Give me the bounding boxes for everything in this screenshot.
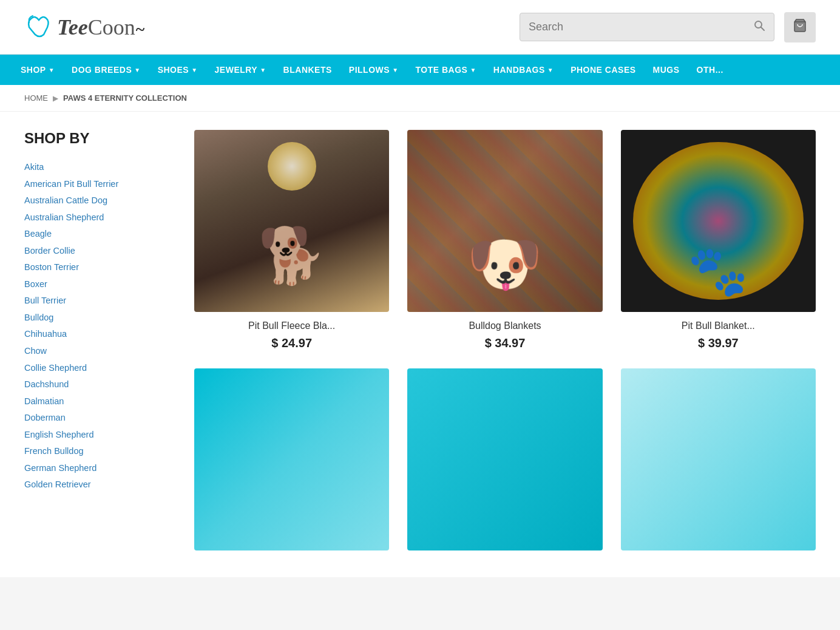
sidebar-link-bull-terrier[interactable]: Bull Terrier — [24, 293, 170, 310]
sidebar-link-bulldog[interactable]: Bulldog — [24, 310, 170, 327]
product-image-2 — [407, 130, 602, 312]
product-thumbnail-3 — [621, 130, 816, 312]
sidebar-link-chihuahua[interactable]: Chihuahua — [24, 326, 170, 343]
cart-icon[interactable] — [784, 12, 816, 42]
breadcrumb-current: PAWS 4 ETERNITY COLLECTION — [63, 93, 187, 103]
product-thumbnail-6 — [621, 368, 816, 550]
search-button[interactable] — [753, 19, 765, 35]
header-right — [520, 12, 816, 42]
sidebar-link-boston-terrier[interactable]: Boston Terrier — [24, 259, 170, 276]
sidebar-link-boxer[interactable]: Boxer — [24, 276, 170, 293]
sidebar-link-german-shepherd[interactable]: German Shepherd — [24, 460, 170, 477]
nav-shop[interactable]: SHOP ▼ — [12, 55, 63, 85]
sidebar-link-collie-shepherd[interactable]: Collie Shepherd — [24, 360, 170, 377]
nav-mugs[interactable]: MUGS — [645, 55, 688, 85]
breadcrumb: HOME ▶ PAWS 4 ETERNITY COLLECTION — [0, 85, 840, 112]
product-card-1[interactable]: Pit Bull Fleece Bla... $ 24.97 — [194, 130, 389, 350]
sidebar-link-french-bulldog[interactable]: French Bulldog — [24, 443, 170, 460]
product-thumbnail-5 — [407, 368, 602, 550]
logo-text: TeeCoon~ — [57, 14, 145, 40]
product-card-2[interactable]: Bulldog Blankets $ 34.97 — [407, 130, 602, 350]
product-thumbnail-4 — [194, 368, 389, 550]
nav-tote-bags[interactable]: TOTE BAGS ▼ — [407, 55, 485, 85]
product-price-1: $ 24.97 — [194, 336, 389, 350]
sidebar-link-dachshund[interactable]: Dachshund — [24, 376, 170, 393]
nav-tote-bags-arrow: ▼ — [470, 67, 476, 73]
product-thumbnail-1 — [194, 130, 389, 312]
sidebar-title: SHOP BY — [24, 130, 170, 147]
product-image-6 — [621, 368, 816, 550]
nav-dog-breeds-arrow: ▼ — [134, 67, 140, 73]
sidebar-link-australian-shepherd[interactable]: Australian Shepherd — [24, 209, 170, 226]
main-navbar: SHOP ▼ DOG BREEDS ▼ SHOES ▼ JEWELRY ▼ BL… — [0, 55, 840, 85]
sidebar-link-beagle[interactable]: Beagle — [24, 226, 170, 243]
breadcrumb-separator: ▶ — [53, 94, 58, 103]
sidebar-link-english-shepherd[interactable]: English Shepherd — [24, 427, 170, 444]
nav-shoes[interactable]: SHOES ▼ — [149, 55, 206, 85]
nav-jewelry-arrow: ▼ — [260, 67, 266, 73]
nav-pillows[interactable]: PILLOWS ▼ — [340, 55, 407, 85]
site-header: TeeCoon~ — [0, 0, 840, 55]
sidebar: SHOP BY Akita American Pit Bull Terrier … — [24, 130, 170, 559]
product-image-5 — [407, 368, 602, 550]
nav-shoes-arrow: ▼ — [191, 67, 197, 73]
sidebar-link-doberman[interactable]: Doberman — [24, 410, 170, 427]
nav-handbags[interactable]: HANDBAGS ▼ — [485, 55, 562, 85]
nav-jewelry[interactable]: JEWELRY ▼ — [206, 55, 275, 85]
logo-icon — [24, 9, 55, 46]
nav-blankets[interactable]: BLANKETS — [275, 55, 340, 85]
product-card-3[interactable]: Pit Bull Blanket... $ 39.97 — [621, 130, 816, 350]
svg-line-1 — [761, 27, 765, 31]
sidebar-link-dalmatian[interactable]: Dalmatian — [24, 393, 170, 410]
sidebar-link-border-collie[interactable]: Border Collie — [24, 243, 170, 260]
nav-handbags-arrow: ▼ — [547, 67, 554, 73]
product-price-3: $ 39.97 — [621, 336, 816, 350]
search-box[interactable] — [520, 13, 774, 41]
product-name-1: Pit Bull Fleece Bla... — [194, 320, 389, 331]
product-image-4 — [194, 368, 389, 550]
sidebar-link-golden-retriever[interactable]: Golden Retriever — [24, 476, 170, 493]
product-name-2: Bulldog Blankets — [407, 320, 602, 331]
sidebar-link-american-pit-bull-terrier[interactable]: American Pit Bull Terrier — [24, 176, 170, 193]
product-card-5[interactable] — [407, 368, 602, 559]
products-wrapper: Pit Bull Fleece Bla... $ 24.97 Bulldog B… — [194, 130, 816, 559]
breadcrumb-home[interactable]: HOME — [24, 93, 48, 103]
product-name-3: Pit Bull Blanket... — [621, 320, 816, 331]
main-content: SHOP BY Akita American Pit Bull Terrier … — [0, 112, 840, 577]
nav-phone-cases[interactable]: PHONE CASES — [562, 55, 644, 85]
products-grid: Pit Bull Fleece Bla... $ 24.97 Bulldog B… — [194, 130, 816, 559]
product-thumbnail-2 — [407, 130, 602, 312]
nav-pillows-arrow: ▼ — [392, 67, 398, 73]
product-card-4[interactable] — [194, 368, 389, 559]
sidebar-link-chow[interactable]: Chow — [24, 343, 170, 360]
nav-dog-breeds[interactable]: DOG BREEDS ▼ — [63, 55, 149, 85]
logo[interactable]: TeeCoon~ — [24, 9, 145, 46]
product-price-2: $ 34.97 — [407, 336, 602, 350]
product-image-1 — [194, 130, 389, 312]
nav-shop-arrow: ▼ — [49, 67, 55, 73]
product-card-6[interactable] — [621, 368, 816, 559]
product-image-3 — [621, 130, 816, 312]
sidebar-link-akita[interactable]: Akita — [24, 159, 170, 176]
nav-other[interactable]: OTH... — [688, 55, 732, 85]
search-input[interactable] — [529, 21, 753, 33]
sidebar-link-australian-cattle-dog[interactable]: Australian Cattle Dog — [24, 192, 170, 209]
